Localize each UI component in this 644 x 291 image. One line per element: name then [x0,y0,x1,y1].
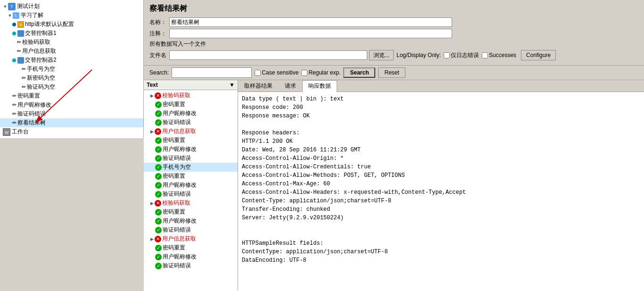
result-item[interactable]: ▶ ✕ 用户信息获取 [144,127,238,136]
result-item[interactable]: ✓ 验证码错误 [144,154,238,163]
result-label: 密码重置 [163,208,185,216]
tree-label: 用户昵称修改 [17,101,51,109]
result-item[interactable]: ✓ 密码重置 [144,243,238,252]
regex-label[interactable]: Regular exp. [301,69,340,76]
tree-label: 验证码为空 [27,83,55,91]
filename-input[interactable] [169,50,367,60]
tree-item-user-info[interactable]: ✏ 用户信息获取 [0,47,143,56]
result-label: 用户昵称修改 [163,253,197,261]
result-item[interactable]: ✓ 验证码错误 [144,261,238,270]
detail-content: Data type ( text | bin ): text Response … [238,92,644,291]
detail-line [242,120,640,129]
pencil-icon: ✏ [22,66,26,72]
tree-item-test-plan[interactable]: ▼ T 测试计划 [0,2,143,11]
result-tree-arrow[interactable]: ▼ [229,82,235,88]
tree-item-controller2[interactable]: 交替控制器2 [0,56,143,65]
successes-checkbox-label[interactable]: Successes [482,52,516,58]
tab-response-data[interactable]: 响应数据 [302,80,337,92]
case-sensitive-checkbox[interactable] [255,70,261,76]
log-display-label: Log/Display Only: [396,52,441,58]
result-item[interactable]: ✓ 验证码错误 [144,190,238,199]
expand-icon: ▶ [149,129,154,134]
result-item[interactable]: ✓ 密码重置 [144,100,238,109]
result-item[interactable]: ▶ ✕ 校验码获取 [144,91,238,100]
result-item[interactable]: ✓ 用户昵称修改 [144,252,238,261]
name-label: 名称： [149,18,166,26]
result-tree-panel: Text ▼ ▶ ✕ 校验码获取 ✓ 密码重置 ✓ [144,80,238,291]
errors-only-checkbox[interactable] [444,52,450,58]
result-item[interactable]: ▶ ✕ 用户信息获取 [144,234,238,243]
tree-item-view-result[interactable]: ✏ 察看结果树 [0,118,143,127]
tree-item-verify-code[interactable]: ✏ 校验码获取 [0,38,143,47]
success-icon: ✓ [155,254,162,260]
tree-item-user-rename[interactable]: ✏ 用户昵称修改 [0,100,143,109]
result-item[interactable]: ✓ 用户昵称修改 [144,109,238,118]
result-item[interactable]: ▶ ✕ 校验码获取 [144,199,238,208]
tree-item-new-pwd-empty[interactable]: ✏ 新密码为空 [0,74,143,83]
tree-item-http-config[interactable]: H http请求默认认配置 [0,20,143,29]
regex-checkbox[interactable] [301,70,307,76]
reset-button[interactable]: Reset [378,67,405,78]
result-label: 验证码错误 [163,154,191,162]
expand-icon: ▶ [149,201,154,206]
search-input[interactable] [172,67,252,78]
successes-label: Successes [489,52,516,58]
tree-item-controller1[interactable]: 交替控制器1 [0,29,143,38]
search-button[interactable]: Search [343,67,375,78]
detail-line: Access-Control-Allow-Origin: * [242,154,640,163]
result-item[interactable]: ✓ 密码重置 [144,208,238,216]
detail-line: Access-Control-Max-Age: 60 [242,180,640,188]
form-area: 名称： 注释： 所有数据写入一个文件 文件名 浏览... Log/Display… [144,16,644,65]
tab-sampler-result[interactable]: 取样器结果 [238,80,279,91]
detail-line: Date: Wed, 28 Sep 2016 11:21:29 GMT [242,146,640,154]
tree-item-phone-empty[interactable]: ✏ 手机号为空 [0,65,143,74]
result-item[interactable]: ✓ 验证码错误 [144,225,238,234]
tab-request[interactable]: 请求 [279,80,302,91]
success-icon: ✓ [155,119,162,126]
result-item[interactable]: ✓ 验证码错误 [144,118,238,127]
detail-panel: 取样器结果 请求 响应数据 Data type ( text | bin ): … [238,80,644,291]
success-icon: ✓ [155,110,162,117]
result-tree-body: ▶ ✕ 校验码获取 ✓ 密码重置 ✓ 用户昵称修改 ✓ 验证码错误 [144,90,238,291]
case-sensitive-label[interactable]: Case sensitive [255,69,298,76]
result-label: 手机号为空 [163,163,191,171]
tree-item-verify-empty[interactable]: ✏ 验证码为空 [0,83,143,91]
ctrl-icon [17,30,24,37]
detail-line: Access-Control-Allow-Headers: x-requeste… [242,188,640,197]
detail-line: Data type ( text | bin ): text [242,95,640,103]
result-item[interactable]: ✓ 用户昵称修改 [144,216,238,225]
pencil-icon: ✏ [22,75,26,81]
detail-line: Access-Control-Allow-Credentials: true [242,163,640,171]
tree-item-workbench[interactable]: W 工作台 [0,127,143,136]
result-item[interactable]: ✓ 密码重置 [144,136,238,145]
tree-item-verify-error[interactable]: ✏ 验证码错误 [0,109,143,118]
case-sensitive-text: Case sensitive [262,69,298,76]
tree-label: 学习了解 [21,11,43,19]
expand-icon: ▼ [3,4,8,9]
tree-item-learn[interactable]: ▼ L 学习了解 [0,11,143,20]
result-label: 验证码错误 [163,262,191,270]
errors-only-label: 仅日志错误 [451,51,479,59]
configure-button[interactable]: Configure [521,50,556,60]
tree-label: 交替控制器1 [25,29,57,37]
result-item[interactable]: ✓ 用户昵称修改 [144,181,238,190]
tree-label: 新密码为空 [27,74,55,82]
result-item[interactable]: ✓ 密码重置 [144,172,238,181]
success-icon: ✓ [155,101,162,108]
result-item[interactable]: ✓ 用户昵称修改 [144,145,238,154]
pencil-icon: ✏ [17,48,21,54]
detail-line: Response headers: [242,129,640,137]
detail-line [242,222,640,231]
tree-item-pwd-reset[interactable]: ✏ 密码重置 [0,91,143,100]
success-icon: ✓ [155,263,162,269]
success-icon: ✓ [155,182,162,189]
success-icon: ✓ [155,218,162,224]
pencil-icon: ✏ [12,93,17,99]
name-input[interactable] [169,17,452,27]
browse-button[interactable]: 浏览... [369,50,394,60]
comment-input[interactable] [169,29,452,38]
successes-checkbox[interactable] [482,52,488,58]
errors-only-checkbox-label[interactable]: 仅日志错误 [444,51,479,59]
pencil-icon: ✏ [17,39,21,45]
result-item-selected[interactable]: ✓ 手机号为空 [144,163,238,172]
